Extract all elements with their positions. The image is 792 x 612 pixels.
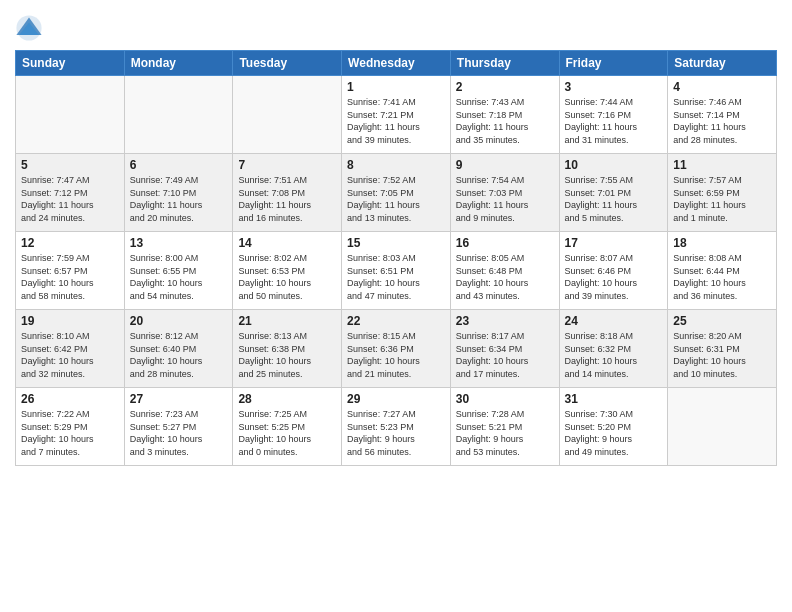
calendar-week-row: 5Sunrise: 7:47 AM Sunset: 7:12 PM Daylig… [16,154,777,232]
day-number: 31 [565,392,663,406]
day-number: 22 [347,314,445,328]
day-info: Sunrise: 7:23 AM Sunset: 5:27 PM Dayligh… [130,408,228,458]
day-number: 30 [456,392,554,406]
logo [15,14,45,42]
day-number: 3 [565,80,663,94]
weekday-header-saturday: Saturday [668,51,777,76]
calendar-cell: 11Sunrise: 7:57 AM Sunset: 6:59 PM Dayli… [668,154,777,232]
day-info: Sunrise: 7:47 AM Sunset: 7:12 PM Dayligh… [21,174,119,224]
calendar-cell: 26Sunrise: 7:22 AM Sunset: 5:29 PM Dayli… [16,388,125,466]
calendar-cell: 21Sunrise: 8:13 AM Sunset: 6:38 PM Dayli… [233,310,342,388]
calendar-cell: 20Sunrise: 8:12 AM Sunset: 6:40 PM Dayli… [124,310,233,388]
header-area [15,10,777,42]
day-number: 8 [347,158,445,172]
calendar-cell: 27Sunrise: 7:23 AM Sunset: 5:27 PM Dayli… [124,388,233,466]
weekday-header-tuesday: Tuesday [233,51,342,76]
day-info: Sunrise: 7:27 AM Sunset: 5:23 PM Dayligh… [347,408,445,458]
day-info: Sunrise: 7:51 AM Sunset: 7:08 PM Dayligh… [238,174,336,224]
day-info: Sunrise: 7:49 AM Sunset: 7:10 PM Dayligh… [130,174,228,224]
day-number: 26 [21,392,119,406]
day-number: 15 [347,236,445,250]
page: SundayMondayTuesdayWednesdayThursdayFrid… [0,0,792,612]
calendar-cell: 19Sunrise: 8:10 AM Sunset: 6:42 PM Dayli… [16,310,125,388]
calendar-cell: 9Sunrise: 7:54 AM Sunset: 7:03 PM Daylig… [450,154,559,232]
day-info: Sunrise: 8:20 AM Sunset: 6:31 PM Dayligh… [673,330,771,380]
day-number: 21 [238,314,336,328]
day-number: 9 [456,158,554,172]
day-info: Sunrise: 8:08 AM Sunset: 6:44 PM Dayligh… [673,252,771,302]
calendar-cell: 30Sunrise: 7:28 AM Sunset: 5:21 PM Dayli… [450,388,559,466]
calendar-cell: 23Sunrise: 8:17 AM Sunset: 6:34 PM Dayli… [450,310,559,388]
calendar-cell [668,388,777,466]
day-info: Sunrise: 8:02 AM Sunset: 6:53 PM Dayligh… [238,252,336,302]
day-number: 23 [456,314,554,328]
calendar-cell: 22Sunrise: 8:15 AM Sunset: 6:36 PM Dayli… [342,310,451,388]
day-info: Sunrise: 8:10 AM Sunset: 6:42 PM Dayligh… [21,330,119,380]
day-info: Sunrise: 8:12 AM Sunset: 6:40 PM Dayligh… [130,330,228,380]
day-info: Sunrise: 7:57 AM Sunset: 6:59 PM Dayligh… [673,174,771,224]
calendar-cell [124,76,233,154]
day-info: Sunrise: 7:30 AM Sunset: 5:20 PM Dayligh… [565,408,663,458]
day-info: Sunrise: 7:41 AM Sunset: 7:21 PM Dayligh… [347,96,445,146]
day-info: Sunrise: 8:15 AM Sunset: 6:36 PM Dayligh… [347,330,445,380]
day-info: Sunrise: 8:07 AM Sunset: 6:46 PM Dayligh… [565,252,663,302]
calendar-cell: 6Sunrise: 7:49 AM Sunset: 7:10 PM Daylig… [124,154,233,232]
day-number: 11 [673,158,771,172]
day-number: 27 [130,392,228,406]
weekday-header-wednesday: Wednesday [342,51,451,76]
day-number: 25 [673,314,771,328]
calendar-week-row: 1Sunrise: 7:41 AM Sunset: 7:21 PM Daylig… [16,76,777,154]
day-number: 5 [21,158,119,172]
day-info: Sunrise: 7:25 AM Sunset: 5:25 PM Dayligh… [238,408,336,458]
calendar-cell: 1Sunrise: 7:41 AM Sunset: 7:21 PM Daylig… [342,76,451,154]
day-number: 12 [21,236,119,250]
calendar-cell: 3Sunrise: 7:44 AM Sunset: 7:16 PM Daylig… [559,76,668,154]
weekday-header-thursday: Thursday [450,51,559,76]
calendar-cell: 28Sunrise: 7:25 AM Sunset: 5:25 PM Dayli… [233,388,342,466]
calendar-cell: 8Sunrise: 7:52 AM Sunset: 7:05 PM Daylig… [342,154,451,232]
day-info: Sunrise: 8:13 AM Sunset: 6:38 PM Dayligh… [238,330,336,380]
day-info: Sunrise: 8:00 AM Sunset: 6:55 PM Dayligh… [130,252,228,302]
day-info: Sunrise: 7:52 AM Sunset: 7:05 PM Dayligh… [347,174,445,224]
calendar-cell: 31Sunrise: 7:30 AM Sunset: 5:20 PM Dayli… [559,388,668,466]
calendar-cell: 10Sunrise: 7:55 AM Sunset: 7:01 PM Dayli… [559,154,668,232]
calendar: SundayMondayTuesdayWednesdayThursdayFrid… [15,50,777,466]
day-info: Sunrise: 8:18 AM Sunset: 6:32 PM Dayligh… [565,330,663,380]
weekday-header-monday: Monday [124,51,233,76]
day-info: Sunrise: 7:43 AM Sunset: 7:18 PM Dayligh… [456,96,554,146]
day-info: Sunrise: 7:28 AM Sunset: 5:21 PM Dayligh… [456,408,554,458]
calendar-cell: 24Sunrise: 8:18 AM Sunset: 6:32 PM Dayli… [559,310,668,388]
day-number: 28 [238,392,336,406]
logo-icon [15,14,43,42]
day-info: Sunrise: 7:44 AM Sunset: 7:16 PM Dayligh… [565,96,663,146]
calendar-cell: 14Sunrise: 8:02 AM Sunset: 6:53 PM Dayli… [233,232,342,310]
day-number: 10 [565,158,663,172]
day-number: 2 [456,80,554,94]
day-number: 7 [238,158,336,172]
calendar-cell: 16Sunrise: 8:05 AM Sunset: 6:48 PM Dayli… [450,232,559,310]
calendar-cell: 18Sunrise: 8:08 AM Sunset: 6:44 PM Dayli… [668,232,777,310]
day-info: Sunrise: 7:22 AM Sunset: 5:29 PM Dayligh… [21,408,119,458]
day-info: Sunrise: 8:05 AM Sunset: 6:48 PM Dayligh… [456,252,554,302]
day-number: 19 [21,314,119,328]
calendar-cell: 12Sunrise: 7:59 AM Sunset: 6:57 PM Dayli… [16,232,125,310]
weekday-header-sunday: Sunday [16,51,125,76]
day-number: 6 [130,158,228,172]
day-info: Sunrise: 8:17 AM Sunset: 6:34 PM Dayligh… [456,330,554,380]
day-number: 24 [565,314,663,328]
day-number: 14 [238,236,336,250]
calendar-week-row: 26Sunrise: 7:22 AM Sunset: 5:29 PM Dayli… [16,388,777,466]
day-info: Sunrise: 7:55 AM Sunset: 7:01 PM Dayligh… [565,174,663,224]
calendar-cell [233,76,342,154]
weekday-header-row: SundayMondayTuesdayWednesdayThursdayFrid… [16,51,777,76]
day-number: 17 [565,236,663,250]
calendar-cell: 4Sunrise: 7:46 AM Sunset: 7:14 PM Daylig… [668,76,777,154]
calendar-week-row: 19Sunrise: 8:10 AM Sunset: 6:42 PM Dayli… [16,310,777,388]
calendar-week-row: 12Sunrise: 7:59 AM Sunset: 6:57 PM Dayli… [16,232,777,310]
day-info: Sunrise: 7:59 AM Sunset: 6:57 PM Dayligh… [21,252,119,302]
calendar-cell: 17Sunrise: 8:07 AM Sunset: 6:46 PM Dayli… [559,232,668,310]
calendar-cell [16,76,125,154]
calendar-cell: 2Sunrise: 7:43 AM Sunset: 7:18 PM Daylig… [450,76,559,154]
day-number: 29 [347,392,445,406]
day-number: 4 [673,80,771,94]
